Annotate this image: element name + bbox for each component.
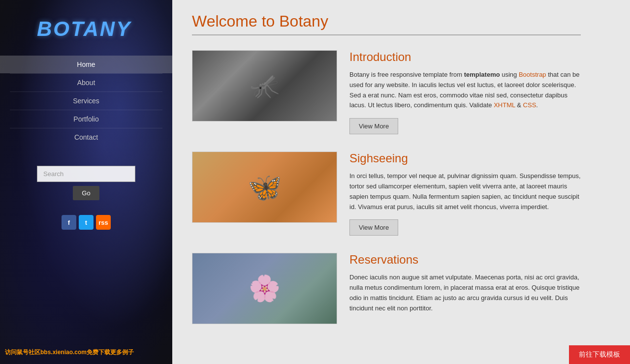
page-title: Welcome to Botany — [192, 12, 581, 30]
sighseeing-image — [192, 152, 337, 223]
search-button[interactable]: Go — [73, 186, 99, 200]
xhtml-link[interactable]: XHTML — [494, 101, 515, 109]
nav-item-portfolio[interactable]: Portfolio — [0, 110, 172, 128]
nav-link-portfolio[interactable]: Portfolio — [0, 110, 172, 128]
nav-menu: Home About Services Portfolio Contact — [0, 56, 172, 146]
nav-link-about[interactable]: About — [0, 74, 172, 91]
nav-item-home[interactable]: Home — [0, 56, 172, 73]
section-reservations: Reservations Donec iaculis non augue sit… — [192, 253, 581, 324]
sighseeing-heading: Sighseeing — [349, 152, 581, 165]
section-introduction: Introduction Botany is free responsive t… — [192, 50, 581, 134]
nav-item-services[interactable]: Services — [0, 92, 172, 110]
nav-link-contact[interactable]: Contact — [0, 128, 172, 146]
nav-link-home[interactable]: Home — [0, 56, 172, 73]
sighseeing-text: Sighseeing In orci tellus, tempor vel ne… — [349, 152, 581, 236]
facebook-icon[interactable]: f — [62, 215, 76, 230]
css-link[interactable]: CSS — [523, 101, 536, 109]
reservations-image — [192, 253, 337, 324]
social-icons: f t rss — [0, 208, 172, 237]
search-input[interactable] — [37, 166, 135, 182]
introduction-image — [192, 50, 337, 121]
nav-item-contact[interactable]: Contact — [0, 128, 172, 146]
download-bar-button[interactable]: 前往下载模板 — [569, 345, 630, 364]
sighseeing-body: In orci tellus, tempor vel neque at, pul… — [349, 171, 581, 212]
twitter-icon[interactable]: t — [79, 215, 94, 230]
reservations-heading: Reservations — [349, 253, 581, 267]
logo-area: BOTANY — [0, 10, 172, 51]
main-content: Welcome to Botany Introduction Botany is… — [172, 0, 630, 364]
bootstrap-link[interactable]: Bootstrap — [519, 71, 546, 78]
rss-icon[interactable]: rss — [96, 215, 111, 230]
nav-item-about[interactable]: About — [0, 74, 172, 91]
search-area: Go — [0, 158, 172, 208]
introduction-text: Introduction Botany is free responsive t… — [349, 50, 581, 134]
nav-link-services[interactable]: Services — [0, 92, 172, 110]
reservations-body: Donec iaculis non augue sit amet vulputa… — [349, 273, 581, 313]
sighseeing-view-more-button[interactable]: View More — [349, 219, 398, 236]
logo-text: BOTANY — [37, 17, 162, 41]
watermark: 访问鼠号社区bbs.xieniao.com免费下载更多例子 — [5, 348, 134, 357]
introduction-view-more-button[interactable]: View More — [349, 118, 398, 134]
reservations-text: Reservations Donec iaculis non augue sit… — [349, 253, 581, 321]
title-divider — [192, 34, 581, 35]
introduction-heading: Introduction — [349, 50, 581, 64]
section-sighseeing: Sighseeing In orci tellus, tempor vel ne… — [192, 152, 581, 236]
introduction-body: Botany is free responsive template from … — [349, 70, 581, 111]
